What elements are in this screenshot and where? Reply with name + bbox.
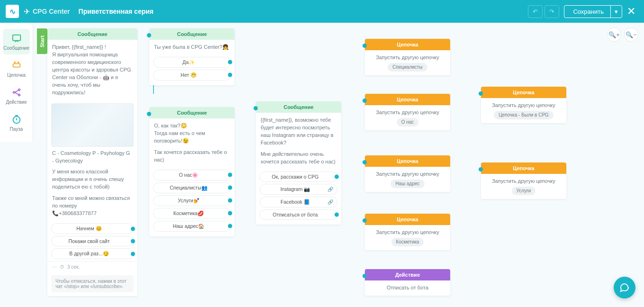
option-button[interactable]: Покажи свой сайт — [51, 236, 134, 246]
action-label: Отписать от бота — [365, 280, 450, 296]
connector-out[interactable] — [131, 239, 135, 244]
node-chain-visited[interactable]: Цепочка Запустить другую цепочку Цепочка… — [481, 87, 566, 123]
app-logo: ∿ — [6, 5, 19, 18]
chain-tag: Наш адрес — [390, 180, 424, 189]
option-button[interactable]: Специалисты👥 — [153, 182, 231, 193]
node-text: {{first_name}}, возможно тебе будет инте… — [256, 113, 341, 151]
connector-in[interactable] — [363, 44, 367, 48]
node-message-visited[interactable]: Сообщение Ты уже была в CPG Center?👧 Да✨… — [149, 28, 235, 85]
option-label: Ок, расскажи о CPG — [272, 174, 319, 180]
connector-out[interactable] — [228, 60, 232, 64]
node-text: Так хочется рассказать тебе о нас) — [149, 149, 235, 168]
option-button[interactable]: Ок, расскажи о CPG — [260, 172, 337, 182]
message-icon — [11, 33, 22, 44]
connector-in[interactable] — [363, 274, 367, 278]
chain-icon — [11, 60, 22, 71]
node-chain-about[interactable]: Цепочка Запустить другую цепочку О нас — [365, 94, 450, 130]
connector-out[interactable] — [228, 224, 232, 228]
flow-canvas[interactable]: Start Сообщение Привет, {{first_name}} !… — [33, 23, 644, 307]
connector-out[interactable] — [228, 173, 232, 177]
connector-in[interactable] — [147, 33, 151, 37]
sidebar-item-chain[interactable]: Цепочка — [3, 56, 30, 81]
option-button[interactable]: Facebook 📘🔗 — [260, 197, 337, 208]
option-label: Instagram 📷 — [281, 186, 310, 192]
undo-button[interactable]: ↶ — [528, 5, 543, 18]
chat-fab[interactable] — [614, 277, 635, 298]
delay-value: 3 сек. — [67, 264, 80, 270]
option-button[interactable]: В другой раз...😏 — [51, 248, 134, 259]
sidebar-item-action[interactable]: Действие — [3, 83, 30, 108]
connector-in[interactable] — [363, 218, 367, 223]
connector-in[interactable] — [254, 106, 258, 110]
chain-body: Запустить другую цепочку Услуги — [481, 174, 566, 199]
clock-icon: ⏱ — [60, 264, 64, 270]
action-icon — [11, 87, 22, 98]
option-button[interactable]: Да✨ — [153, 57, 231, 68]
svg-rect-0 — [12, 35, 20, 41]
option-button[interactable]: Наш адрес🏠 — [153, 221, 231, 232]
sidebar-item-message[interactable]: Сообщение — [3, 29, 30, 54]
node-header: Действие — [365, 269, 450, 280]
node-text: Привет, {{first_name}} ! Я виртуальная п… — [47, 40, 137, 100]
option-button[interactable]: Косметика💋 — [153, 208, 231, 219]
connector-out[interactable] — [228, 186, 232, 190]
node-header: Цепочка — [365, 214, 450, 225]
connector-in[interactable] — [479, 167, 483, 172]
save-dropdown-button[interactable]: ▾ — [611, 6, 622, 18]
chain-run-label: Запустить другую цепочку — [486, 178, 562, 185]
header-app-name: CPG Center — [33, 8, 70, 15]
chain-body: Запустить другую цепочку Специалисты — [365, 50, 450, 75]
chain-run-label: Запустить другую цепочку — [370, 109, 445, 117]
option-button[interactable]: Instagram 📷🔗 — [260, 184, 337, 195]
connector-out[interactable] — [228, 73, 232, 77]
node-message-tell[interactable]: Сообщение О, как так?😳 Тогда нам есть о … — [149, 107, 235, 236]
connector-in[interactable] — [363, 160, 367, 164]
chain-run-label: Запустить другую цепочку — [370, 171, 445, 178]
option-button[interactable]: Услуги💅 — [153, 195, 231, 206]
connector-out[interactable] — [335, 174, 339, 179]
connector-out[interactable] — [131, 226, 135, 231]
node-action-unsubscribe[interactable]: Действие Отписать от бота — [365, 269, 450, 296]
close-button[interactable]: ✕ — [624, 5, 638, 18]
app-header: ∿ ✈ CPG Center Приветственная серия ↶ ↷ … — [0, 0, 644, 23]
svg-point-3 — [18, 62, 18, 63]
link-icon: 🔗 — [327, 187, 333, 192]
node-chain-services[interactable]: Цепочка Запустить другую цепочку Услуги — [481, 163, 566, 199]
node-chain-cosmetics[interactable]: Цепочка Запустить другую цепочку Космети… — [365, 214, 450, 250]
node-message-welcome[interactable]: Сообщение Привет, {{first_name}} ! Я вир… — [47, 28, 137, 296]
option-button[interactable]: Отписаться от бота — [260, 209, 337, 220]
zoom-out-button[interactable]: 🔍− — [624, 27, 638, 42]
option-button[interactable]: Начнем 😊 — [51, 223, 134, 234]
connector-in[interactable] — [363, 99, 367, 103]
node-header: Цепочка — [365, 155, 450, 167]
sidebar-item-pause[interactable]: Пауза — [3, 110, 30, 135]
connector-out[interactable] — [228, 199, 232, 203]
node-text: Ты уже была в CPG Center?👧 — [149, 40, 235, 55]
save-button[interactable]: Сохранить — [566, 6, 611, 18]
sidebar-label: Действие — [6, 99, 27, 105]
option-button[interactable]: О нас🌸 — [153, 170, 231, 181]
zoom-in-button[interactable]: 🔍+ — [607, 27, 621, 42]
option-button[interactable]: Нет 😬 — [153, 70, 231, 81]
chain-body: Запустить другую цепочку Косметика — [365, 225, 450, 250]
node-chain-address[interactable]: Цепочка Запустить другую цепочку Наш адр… — [365, 155, 450, 192]
more-icon[interactable]: ⋯ — [52, 264, 57, 270]
node-footer: ⋯ ⏱ 3 сек. — [47, 261, 137, 272]
start-tab[interactable]: Start — [37, 28, 47, 54]
node-header: Сообщение — [149, 28, 235, 40]
pause-icon — [11, 114, 22, 125]
connector-out[interactable] — [228, 211, 232, 216]
chain-run-label: Запустить другую цепочку — [370, 54, 445, 62]
option-label: О нас🌸 — [179, 172, 199, 178]
option-label: Специалисты👥 — [170, 185, 207, 190]
chain-body: Запустить другую цепочку О нас — [365, 105, 450, 130]
node-message-social[interactable]: Сообщение {{first_name}}, возможно тебе … — [256, 101, 341, 225]
node-chain-specialists[interactable]: Цепочка Запустить другую цепочку Специал… — [365, 39, 450, 75]
redo-button[interactable]: ↷ — [544, 5, 559, 18]
connector-out[interactable] — [131, 252, 135, 256]
connector-in[interactable] — [479, 91, 483, 96]
connector-out[interactable] — [335, 212, 339, 217]
unsubscribe-note: Чтобы отписаться, нажми в этот чат «/sto… — [51, 275, 134, 292]
zoom-controls: 🔍+ 🔍− — [607, 27, 638, 42]
connector-in[interactable] — [147, 112, 151, 116]
